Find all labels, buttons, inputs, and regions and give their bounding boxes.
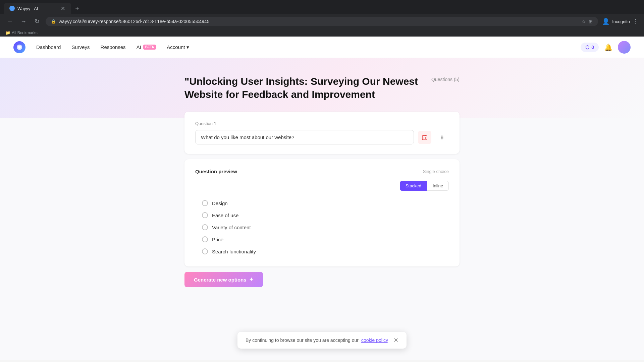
svg-point-0 — [10, 7, 14, 10]
address-bar[interactable]: 🔒 wayyy.co/ai/survey-response/5860126d-7… — [46, 17, 598, 26]
cookie-text: By continuing to browse our site you are… — [246, 338, 359, 343]
view-toggle: Stacked Inline — [195, 181, 449, 191]
radio-variety[interactable] — [202, 224, 208, 230]
svg-point-7 — [441, 135, 442, 136]
notification-bell-icon[interactable]: 🔔 — [604, 43, 612, 51]
svg-point-12 — [442, 138, 443, 139]
radio-ease-of-use[interactable] — [202, 212, 208, 218]
bookmarks-folder[interactable]: 📁 All Bookmarks — [5, 31, 38, 35]
svg-point-11 — [441, 138, 442, 139]
option-ease-of-use[interactable]: Ease of use — [202, 212, 442, 218]
address-bar-row: ← → ↻ 🔒 wayyy.co/ai/survey-response/5860… — [0, 14, 644, 29]
survey-title: "Unlocking User Insights: Surveying Our … — [184, 75, 426, 101]
grip-icon — [439, 134, 445, 140]
option-ease-of-use-label: Ease of use — [212, 213, 238, 218]
forward-button[interactable]: → — [19, 17, 28, 26]
url-text: wayyy.co/ai/survey-response/5860126d-7d1… — [59, 19, 579, 24]
top-nav: Dashboard Surveys Responses AI BETA Acco… — [0, 37, 644, 58]
beta-badge: BETA — [143, 45, 156, 50]
refresh-button[interactable]: ↻ — [32, 17, 42, 26]
logo[interactable] — [13, 41, 25, 53]
points-icon: ⬡ — [585, 45, 589, 50]
option-design[interactable]: Design — [202, 200, 442, 206]
svg-point-10 — [442, 137, 443, 138]
question-card: Question 1 — [184, 112, 460, 154]
svg-point-9 — [441, 137, 442, 138]
profile-icon[interactable]: 👤 — [602, 18, 609, 25]
option-search-label: Search functionality — [212, 249, 256, 254]
generate-new-options-button[interactable]: Generate new options ✦ — [184, 272, 263, 287]
generate-btn-label: Generate new options — [194, 277, 247, 283]
nav-ai-label: AI — [137, 44, 141, 50]
inline-toggle-button[interactable]: Inline — [427, 181, 449, 191]
nav-links: Dashboard Surveys Responses AI BETA Acco… — [36, 44, 581, 50]
nav-ai[interactable]: AI BETA — [137, 44, 156, 50]
question-input-row — [195, 130, 449, 144]
nav-dashboard[interactable]: Dashboard — [36, 44, 61, 50]
delete-question-button[interactable] — [418, 131, 431, 144]
radio-search[interactable] — [202, 248, 208, 254]
chevron-down-icon: ▾ — [186, 44, 189, 50]
question-input[interactable] — [195, 130, 414, 144]
tab-favicon — [9, 6, 15, 11]
lock-icon: 🔒 — [51, 19, 56, 24]
radio-price[interactable] — [202, 236, 208, 242]
stacked-toggle-button[interactable]: Stacked — [400, 181, 427, 191]
generate-section: Generate new options ✦ — [184, 272, 460, 287]
option-design-label: Design — [212, 200, 228, 206]
avatar[interactable] — [618, 41, 631, 54]
points-value: 0 — [591, 45, 594, 50]
active-tab[interactable]: Wayyy - AI ✕ — [4, 3, 71, 14]
preview-section: Question preview Single choice Stacked I… — [184, 159, 460, 266]
trash-icon — [422, 134, 428, 140]
nav-right: ⬡ 0 🔔 — [581, 41, 631, 54]
nav-account[interactable]: Account ▾ — [167, 44, 189, 50]
question-label: Question 1 — [195, 121, 449, 126]
tab-close-btn[interactable]: ✕ — [60, 5, 66, 11]
browser-chrome: Wayyy - AI ✕ + ← → ↻ 🔒 wayyy.co/ai/surve… — [0, 0, 644, 37]
questions-count: Questions (5) — [431, 77, 460, 82]
sparkle-icon: ✦ — [249, 277, 254, 283]
account-label: Account — [167, 44, 185, 50]
content-area: "Unlocking User Insights: Surveying Our … — [171, 58, 473, 301]
address-right-icons: ☆ ⊞ — [582, 19, 593, 24]
preview-header: Question preview Single choice — [195, 169, 449, 174]
extensions-icon[interactable]: ⊞ — [589, 19, 593, 24]
back-button[interactable]: ← — [5, 17, 15, 26]
app: Dashboard Surveys Responses AI BETA Acco… — [0, 37, 644, 360]
single-choice-label: Single choice — [423, 169, 449, 174]
survey-header: "Unlocking User Insights: Surveying Our … — [184, 75, 460, 101]
preview-title: Question preview — [195, 169, 237, 174]
svg-point-2 — [18, 46, 21, 49]
nav-surveys[interactable]: Surveys — [71, 44, 90, 50]
tab-title: Wayyy - AI — [17, 6, 38, 11]
option-search[interactable]: Search functionality — [202, 248, 442, 254]
cookie-banner: By continuing to browse our site you are… — [237, 332, 407, 349]
option-variety[interactable]: Variety of content — [202, 224, 442, 230]
bookmarks-label: All Bookmarks — [12, 31, 38, 35]
incognito-button[interactable]: Incognito — [612, 19, 630, 24]
radio-options: Design Ease of use Variety of content Pr… — [195, 197, 449, 257]
bookmarks-bar: 📁 All Bookmarks — [0, 29, 644, 37]
option-price[interactable]: Price — [202, 236, 442, 242]
nav-responses[interactable]: Responses — [101, 44, 126, 50]
tab-bar: Wayyy - AI ✕ + — [0, 0, 644, 14]
option-price-label: Price — [212, 237, 223, 242]
star-icon[interactable]: ☆ — [582, 19, 586, 24]
cookie-policy-link[interactable]: cookie policy — [361, 338, 388, 343]
cookie-close-button[interactable]: ✕ — [393, 337, 398, 344]
points-badge[interactable]: ⬡ 0 — [581, 43, 599, 52]
option-variety-label: Variety of content — [212, 225, 251, 230]
incognito-label: Incognito — [612, 19, 630, 24]
svg-rect-3 — [422, 136, 427, 140]
drag-handle-button[interactable] — [435, 131, 449, 144]
svg-point-8 — [442, 135, 443, 136]
menu-icon[interactable]: ⋮ — [633, 18, 639, 25]
browser-right-icons: 👤 Incognito ⋮ — [602, 18, 639, 25]
new-tab-button[interactable]: + — [72, 4, 82, 13]
main-content: "Unlocking User Insights: Surveying Our … — [0, 58, 644, 360]
folder-icon: 📁 — [5, 31, 10, 35]
radio-design[interactable] — [202, 200, 208, 206]
